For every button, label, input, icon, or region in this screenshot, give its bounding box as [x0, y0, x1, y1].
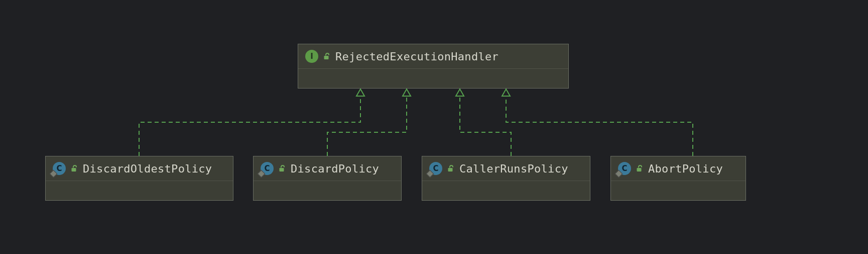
connector-discard-oldest — [139, 96, 360, 156]
node-titlebar: I RejectedExecutionHandler — [298, 44, 568, 69]
connector-layer — [0, 0, 868, 254]
class-badge-icon: C — [618, 162, 631, 175]
node-discard-policy[interactable]: C DiscardPolicy — [253, 156, 402, 201]
node-abort-policy[interactable]: C AbortPolicy — [610, 156, 746, 201]
node-name: CallerRunsPolicy — [459, 162, 568, 175]
node-body — [422, 181, 590, 200]
node-caller-runs-policy[interactable]: C CallerRunsPolicy — [422, 156, 590, 201]
arrowhead — [502, 89, 510, 96]
svg-rect-4 — [637, 168, 642, 172]
class-badge-icon: C — [261, 162, 274, 175]
svg-rect-1 — [72, 168, 76, 172]
unlocked-icon — [635, 164, 643, 173]
node-name: AbortPolicy — [648, 162, 723, 175]
node-rejected-execution-handler[interactable]: I RejectedExecutionHandler — [298, 44, 569, 89]
svg-rect-0 — [324, 56, 329, 59]
svg-rect-3 — [448, 168, 453, 172]
arrowhead — [356, 89, 364, 96]
node-body — [611, 181, 746, 200]
unlocked-icon — [278, 164, 286, 173]
connector-caller-runs — [460, 96, 511, 156]
node-body — [254, 181, 401, 200]
unlocked-icon — [322, 52, 330, 60]
arrowhead — [456, 89, 464, 96]
node-discard-oldest-policy[interactable]: C DiscardOldestPolicy — [45, 156, 233, 201]
node-body — [298, 69, 568, 88]
class-badge-icon: C — [53, 162, 66, 175]
node-titlebar: C DiscardPolicy — [254, 156, 401, 181]
node-titlebar: C CallerRunsPolicy — [422, 156, 590, 181]
node-body — [46, 181, 233, 200]
node-titlebar: C AbortPolicy — [611, 156, 746, 181]
node-name: RejectedExecutionHandler — [335, 50, 499, 63]
node-name: DiscardOldestPolicy — [83, 162, 212, 175]
connector-discard — [327, 96, 407, 156]
node-name: DiscardPolicy — [291, 162, 379, 175]
interface-badge-icon: I — [305, 50, 318, 63]
node-titlebar: C DiscardOldestPolicy — [46, 156, 233, 181]
unlocked-icon — [70, 164, 78, 173]
svg-rect-2 — [280, 168, 284, 172]
connector-abort — [506, 96, 693, 156]
arrowhead — [403, 89, 411, 96]
class-badge-icon: C — [429, 162, 442, 175]
unlocked-icon — [446, 164, 454, 173]
uml-diagram-canvas: I RejectedExecutionHandler C DiscardOlde… — [0, 0, 868, 254]
